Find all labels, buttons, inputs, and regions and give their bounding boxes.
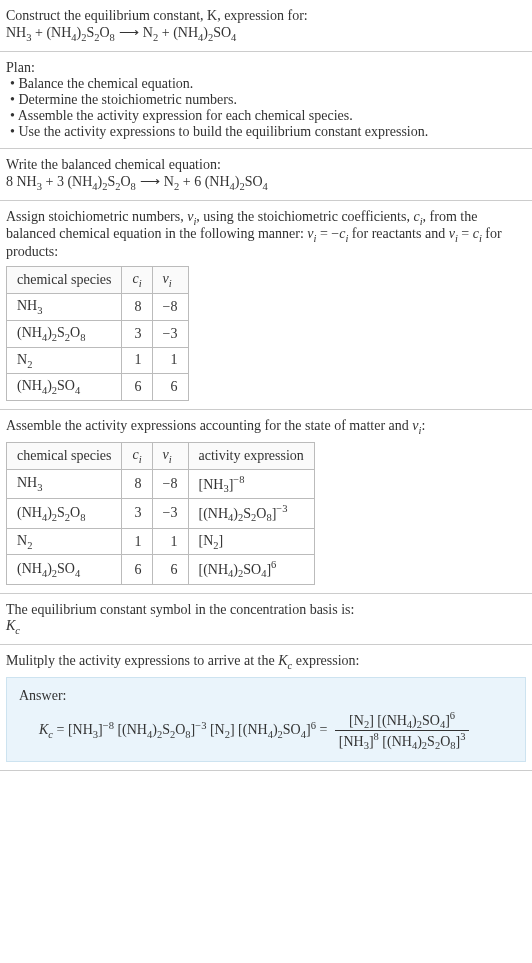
answer-box: Answer: Kc = [NH3]−8 [(NH4)2S2O8]−3 [N2]…: [6, 677, 526, 763]
activity-section: Assemble the activity expressions accoun…: [0, 410, 532, 594]
table-row: (NH4)2SO466: [7, 374, 189, 401]
arrow-icon: ⟶: [119, 24, 139, 41]
table-row: (NH4)2SO466[(NH4)2SO4]6: [7, 555, 315, 584]
symbol-section: The equilibrium constant symbol in the c…: [0, 594, 532, 645]
stoich-section: Assign stoichiometric numbers, νi, using…: [0, 201, 532, 411]
plan-item: Assemble the activity expression for eac…: [10, 108, 526, 124]
th-species: chemical species: [7, 267, 122, 294]
table-header-row: chemical species ci νi activity expressi…: [7, 442, 315, 469]
kc-symbol: Kc: [6, 618, 526, 636]
th-c: ci: [122, 442, 152, 469]
balanced-intro: Write the balanced chemical equation:: [6, 157, 526, 173]
table-row: NH38−8[NH3]−8: [7, 469, 315, 498]
symbol-text: The equilibrium constant symbol in the c…: [6, 602, 526, 618]
arrow-icon: ⟶: [140, 173, 160, 190]
prompt: Construct the equilibrium constant, K, e…: [6, 8, 308, 23]
plan-item: Balance the chemical equation.: [10, 76, 526, 92]
plan-item: Determine the stoichiometric numbers.: [10, 92, 526, 108]
balanced-equation: 8 NH3 + 3 (NH4)2S2O8 ⟶ N2 + 6 (NH4)2SO4: [6, 173, 526, 192]
plan-title: Plan:: [6, 60, 526, 76]
unbalanced-equation: NH3 + (NH4)2S2O8 ⟶ N2 + (NH4)2SO4: [6, 24, 526, 43]
problem-header: Construct the equilibrium constant, K, e…: [0, 0, 532, 52]
activity-table: chemical species ci νi activity expressi…: [6, 442, 315, 585]
stoich-intro: Assign stoichiometric numbers, νi, using…: [6, 209, 526, 261]
th-activity: activity expression: [188, 442, 314, 469]
table-row: NH38−8: [7, 293, 189, 320]
table-header-row: chemical species ci νi: [7, 267, 189, 294]
plan-list: Balance the chemical equation. Determine…: [6, 76, 526, 140]
table-row: N211[N2]: [7, 528, 315, 555]
table-row: N211: [7, 347, 189, 374]
table-row: (NH4)2S2O83−3: [7, 320, 189, 347]
kc-expression: Kc = [NH3]−8 [(NH4)2S2O8]−3 [N2] [(NH4)2…: [19, 710, 513, 752]
plan-item: Use the activity expressions to build th…: [10, 124, 526, 140]
activity-intro: Assemble the activity expressions accoun…: [6, 418, 526, 436]
th-nu: νi: [152, 267, 188, 294]
answer-label: Answer:: [19, 688, 513, 704]
multiply-intro: Mulitply the activity expressions to arr…: [6, 653, 526, 671]
th-nu: νi: [152, 442, 188, 469]
th-species: chemical species: [7, 442, 122, 469]
stoich-table: chemical species ci νi NH38−8 (NH4)2S2O8…: [6, 266, 189, 401]
balanced-section: Write the balanced chemical equation: 8 …: [0, 149, 532, 201]
answer-section: Mulitply the activity expressions to arr…: [0, 645, 532, 772]
table-row: (NH4)2S2O83−3[(NH4)2S2O8]−3: [7, 499, 315, 528]
th-c: ci: [122, 267, 152, 294]
fraction: [N2] [(NH4)2SO4]6[NH3]8 [(NH4)2S2O8]3: [335, 710, 470, 752]
prompt-text: Construct the equilibrium constant, K, e…: [6, 8, 526, 24]
plan-section: Plan: Balance the chemical equation. Det…: [0, 52, 532, 149]
